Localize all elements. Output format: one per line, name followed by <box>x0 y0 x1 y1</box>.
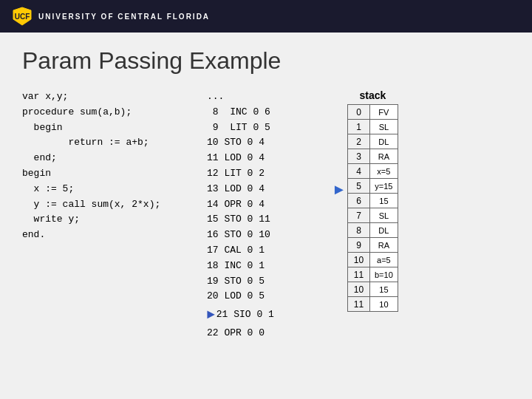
university-name: UNIVERSITY OF CENTRAL FLORIDA <box>38 13 210 21</box>
instruction-line: 14 OPR 0 4 <box>207 197 325 213</box>
stack-index: 6 <box>348 194 370 208</box>
header: UCF UNIVERSITY OF CENTRAL FLORIDA <box>0 0 532 33</box>
stack-table: 0FV 1SL 2DL 3RA 4x=5 ► 5 y=15 615 7SL 8D… <box>347 104 398 312</box>
stack-row: 4x=5 <box>348 164 398 179</box>
stack-value: DL <box>370 134 398 149</box>
stack-value: 15 <box>370 194 398 208</box>
code-line: procedure sum(a,b); <box>22 105 192 120</box>
slide-title: Param Passing Example <box>22 47 510 75</box>
stack-index: 4 <box>348 164 370 179</box>
stack-index: 11 <box>348 297 370 312</box>
main-content: Param Passing Example var x,y; procedure… <box>0 33 532 399</box>
stack-index: ► 5 <box>348 179 370 194</box>
code-line: end. <box>22 228 192 243</box>
stack-row: 1110 <box>348 297 398 312</box>
stack-index: 3 <box>348 149 370 164</box>
stack-index: 10 <box>348 253 370 267</box>
instruction-line: 15 STO 0 11 <box>207 212 325 228</box>
stack-value: FV <box>370 105 398 120</box>
code-line: return := a+b; <box>22 135 192 151</box>
stack-value: y=15 <box>370 179 398 194</box>
stack-value: 15 <box>370 282 398 297</box>
instruction-line: 8 INC 0 6 <box>207 105 325 120</box>
current-instruction-arrow: ► <box>207 304 215 326</box>
ucf-shield-icon: UCF <box>12 6 33 27</box>
code-line: begin <box>22 120 192 136</box>
stack-value: SL <box>370 120 398 134</box>
svg-text:UCF: UCF <box>15 13 30 21</box>
stack-index: 10 <box>348 282 370 297</box>
stack-value: x=5 <box>370 164 398 179</box>
stack-row: 8DL <box>348 223 398 238</box>
instruction-line: 20 LOD 0 5 <box>207 289 325 304</box>
instruction-line: 13 LOD 0 4 <box>207 182 325 197</box>
stack-index: 0 <box>348 105 370 120</box>
stack-index: 9 <box>348 238 370 253</box>
stack-value: a=5 <box>370 253 398 267</box>
instruction-line-cal: 17 CAL 0 1 <box>207 243 325 259</box>
content-area: var x,y; procedure sum(a,b); begin retur… <box>22 89 510 341</box>
stack-row: 615 <box>348 194 398 208</box>
stack-value: RA <box>370 149 398 164</box>
instruction-line-arrow: ► 21 SIO 0 1 <box>207 304 325 326</box>
instruction-line: 18 INC 0 1 <box>207 259 325 274</box>
stack-row: 0FV <box>348 105 398 120</box>
stack-index: 11 <box>348 267 370 282</box>
stack-row: 9RA <box>348 238 398 253</box>
code-line: write y; <box>22 212 192 228</box>
code-line: begin <box>22 166 192 182</box>
stack-index: 1 <box>348 120 370 134</box>
instruction-line: 9 LIT 0 5 <box>207 120 325 136</box>
stack-row: 3RA <box>348 149 398 164</box>
stack-pointer-arrow: ► <box>332 181 347 198</box>
stack-row: 7SL <box>348 208 398 223</box>
stack-wrapper: 0FV 1SL 2DL 3RA 4x=5 ► 5 y=15 615 7SL 8D… <box>347 104 398 312</box>
stack-index: 2 <box>348 134 370 149</box>
code-line: y := call sum(x, 2*x); <box>22 197 192 213</box>
stack-row: 10a=5 <box>348 253 398 267</box>
stack-label: stack <box>347 89 398 101</box>
stack-index: 8 <box>348 223 370 238</box>
stack-value: DL <box>370 223 398 238</box>
code-line: x := 5; <box>22 182 192 197</box>
stack-row: 1015 <box>348 282 398 297</box>
instruction-ellipsis: ... <box>207 89 325 105</box>
ucf-logo: UCF UNIVERSITY OF CENTRAL FLORIDA <box>12 6 210 27</box>
stack-row: 1SL <box>348 120 398 134</box>
stack-value: SL <box>370 208 398 223</box>
stack-index: 7 <box>348 208 370 223</box>
stack-value: b=10 <box>370 267 398 282</box>
stack-value: RA <box>370 238 398 253</box>
instruction-line: 16 STO 0 10 <box>207 228 325 243</box>
stack-value: 10 <box>370 297 398 312</box>
instruction-line: 12 LIT 0 2 <box>207 166 325 182</box>
stack-row-arrow: ► 5 y=15 <box>348 179 398 194</box>
instruction-area: ... 8 INC 0 6 9 LIT 0 5 10 STO 0 4 11 LO… <box>207 89 325 341</box>
instruction-line: 10 STO 0 4 <box>207 135 325 151</box>
stack-row: 11b=10 <box>348 267 398 282</box>
instruction-line: 19 STO 0 5 <box>207 274 325 290</box>
instruction-line: 22 OPR 0 0 <box>207 326 325 341</box>
code-line: var x,y; <box>22 89 192 105</box>
stack-row: 2DL <box>348 134 398 149</box>
code-block: var x,y; procedure sum(a,b); begin retur… <box>22 89 192 243</box>
instruction-line: 11 LOD 0 4 <box>207 151 325 166</box>
instruction-line: 21 SIO 0 1 <box>216 307 274 323</box>
stack-area: stack 0FV 1SL 2DL 3RA 4x=5 ► 5 y=15 <box>347 89 398 312</box>
code-line: end; <box>22 151 192 166</box>
